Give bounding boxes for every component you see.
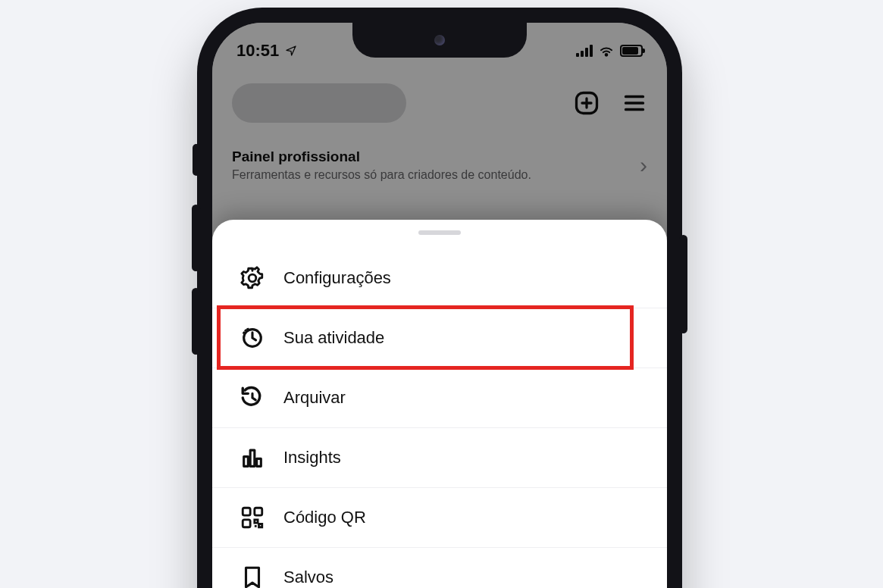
- menu-label: Código QR: [283, 508, 366, 527]
- phone-frame: 10:51: [197, 8, 682, 588]
- saved-icon: [240, 565, 265, 588]
- battery-icon: [620, 45, 643, 57]
- qr-code-icon: [240, 505, 265, 530]
- settings-icon: [240, 265, 265, 291]
- menu-label: Configurações: [283, 268, 391, 288]
- archive-icon: [240, 385, 265, 411]
- profile-header: [212, 65, 667, 135]
- panel-title: Painel profissional: [232, 149, 629, 165]
- svg-rect-4: [243, 508, 250, 515]
- hamburger-menu-button[interactable]: [622, 90, 647, 116]
- professional-panel-row[interactable]: Painel profissional Ferramentas e recurs…: [212, 135, 667, 203]
- location-icon: [285, 45, 297, 57]
- panel-subtitle: Ferramentas e recursos só para criadores…: [232, 168, 629, 182]
- volume-down: [192, 288, 200, 355]
- status-time: 10:51: [236, 41, 279, 61]
- menu-label: Sua atividade: [283, 328, 384, 348]
- wifi-icon: [599, 45, 614, 57]
- chevron-right-icon: ›: [640, 152, 647, 178]
- menu-label: Salvos: [283, 568, 333, 587]
- settings-sheet: Configurações Sua atividade Arquivar: [212, 220, 667, 588]
- power-button: [679, 235, 687, 333]
- notch: [352, 23, 527, 58]
- menu-item-your-activity[interactable]: Sua atividade: [212, 308, 667, 368]
- insights-icon: [240, 445, 265, 471]
- activity-icon: [240, 325, 265, 351]
- username-redacted: [232, 83, 406, 123]
- svg-point-0: [606, 54, 608, 56]
- volume-up: [192, 205, 200, 271]
- status-indicators: [576, 45, 643, 57]
- svg-rect-6: [243, 520, 250, 527]
- menu-label: Insights: [283, 448, 341, 468]
- menu-item-qr-code[interactable]: Código QR: [212, 488, 667, 548]
- menu-label: Arquivar: [283, 388, 346, 408]
- phone-screen: 10:51: [212, 23, 667, 588]
- svg-rect-5: [255, 508, 262, 515]
- menu-item-archive[interactable]: Arquivar: [212, 368, 667, 428]
- menu-item-insights[interactable]: Insights: [212, 428, 667, 488]
- signal-icon: [576, 45, 593, 57]
- menu-item-settings[interactable]: Configurações: [212, 249, 667, 308]
- mute-switch: [193, 144, 200, 176]
- svg-point-2: [249, 274, 256, 282]
- create-button[interactable]: [573, 89, 600, 117]
- menu-item-saved[interactable]: Salvos: [212, 548, 667, 588]
- sheet-grabber[interactable]: [418, 230, 461, 235]
